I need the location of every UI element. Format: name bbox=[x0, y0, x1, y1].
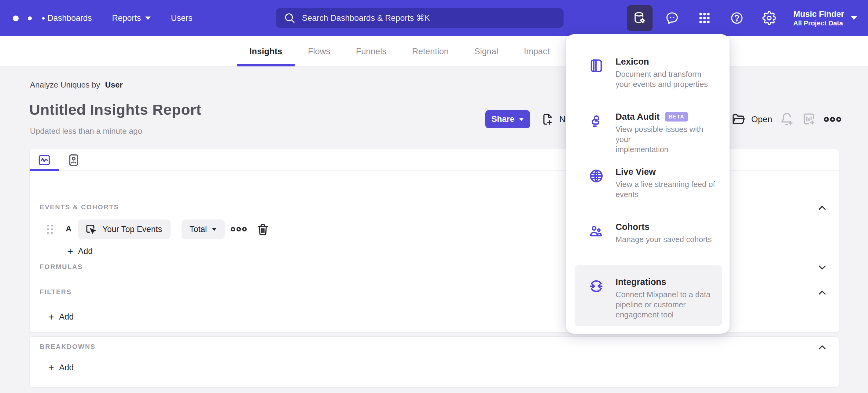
event-row-more-button[interactable] bbox=[230, 223, 248, 236]
globe-icon bbox=[588, 167, 616, 210]
global-search[interactable] bbox=[276, 8, 564, 28]
integrations-sync-icon bbox=[588, 277, 616, 326]
chevron-down-icon bbox=[212, 228, 217, 231]
alert-bell-button[interactable] bbox=[779, 110, 795, 128]
more-actions-button[interactable] bbox=[823, 110, 842, 128]
speech-bubble-icon bbox=[665, 11, 679, 25]
menu-item-description: Document and transformyour events and pr… bbox=[616, 69, 716, 89]
menu-item-live-view[interactable]: Live View View a live streaming feed ofe… bbox=[575, 155, 722, 210]
feedback-button[interactable] bbox=[659, 5, 685, 31]
menu-item-description: Manage your saved cohorts bbox=[616, 234, 716, 245]
top-navigation-bar: Dashboards Reports Users bbox=[0, 0, 868, 36]
folder-open-icon bbox=[731, 112, 746, 127]
expand-formulas-button[interactable] bbox=[816, 262, 828, 273]
tab-insights[interactable]: Insights bbox=[249, 36, 282, 66]
pulse-chart-icon bbox=[37, 153, 51, 167]
database-gear-icon bbox=[633, 11, 647, 25]
menu-item-description: View a live streaming feed ofevents bbox=[616, 179, 716, 200]
beta-badge: BETA bbox=[665, 112, 688, 121]
menu-item-title: Integrations bbox=[616, 277, 666, 287]
open-report-button[interactable]: Open bbox=[731, 110, 772, 128]
search-input[interactable] bbox=[302, 13, 534, 23]
menu-item-title: Data Audit bbox=[616, 112, 659, 122]
tab-impact[interactable]: Impact bbox=[524, 36, 550, 66]
apps-button[interactable] bbox=[692, 5, 717, 31]
bell-plus-icon bbox=[779, 112, 795, 127]
add-breakdown-button[interactable]: +Add bbox=[48, 363, 74, 372]
breakdowns-card: BREAKDOWNS +Add bbox=[29, 336, 839, 388]
report-tabbar: Insights Flows Funnels Retention Signal … bbox=[0, 36, 868, 66]
tab-flows[interactable]: Flows bbox=[308, 36, 330, 66]
help-icon bbox=[730, 11, 744, 25]
nav-dashboards[interactable]: Dashboards bbox=[48, 13, 92, 23]
mixpanel-logo[interactable] bbox=[13, 15, 46, 22]
project-name: Music Finder bbox=[793, 9, 844, 19]
breakdowns-section: BREAKDOWNS +Add bbox=[30, 337, 839, 387]
section-label-events: EVENTS & COHORTS bbox=[40, 203, 119, 211]
search-icon bbox=[284, 12, 296, 24]
nav-users[interactable]: Users bbox=[171, 13, 192, 23]
menu-item-data-audit[interactable]: Data Audit BETA View possible issues wit… bbox=[575, 100, 722, 155]
project-switcher[interactable]: Music Finder All Project Data bbox=[793, 9, 857, 27]
menu-item-integrations[interactable]: Integrations Connect Mixpanel to a datap… bbox=[575, 265, 722, 326]
report-actions: Share New Open bbox=[0, 110, 868, 129]
menu-item-description: View possible issues with yourimplementa… bbox=[616, 124, 716, 155]
chevron-down-icon bbox=[519, 118, 524, 121]
share-button[interactable]: Share bbox=[485, 110, 530, 128]
delete-event-button[interactable] bbox=[256, 223, 270, 236]
nav-right-controls: Music Finder All Project Data bbox=[627, 0, 857, 36]
tab-events-view[interactable] bbox=[30, 149, 59, 171]
section-label-formulas: FORMULAS bbox=[40, 263, 83, 271]
document-plus-icon bbox=[541, 113, 554, 126]
event-row-letter: A bbox=[66, 224, 71, 233]
chart-plus-icon bbox=[801, 112, 817, 127]
drag-handle[interactable] bbox=[47, 225, 54, 234]
settings-button[interactable] bbox=[756, 5, 782, 31]
cohorts-people-icon bbox=[588, 222, 616, 265]
aggregation-label: Total bbox=[189, 225, 207, 234]
lexicon-book-icon bbox=[588, 57, 616, 100]
menu-item-title: Cohorts bbox=[616, 222, 649, 232]
data-management-menu: Lexicon Document and transformyour event… bbox=[566, 34, 730, 334]
add-filter-button[interactable]: +Add bbox=[48, 312, 74, 322]
add-chart-button[interactable] bbox=[801, 110, 817, 128]
tab-signal[interactable]: Signal bbox=[474, 36, 498, 66]
menu-item-title: Lexicon bbox=[616, 57, 649, 67]
primary-nav: Dashboards Reports Users bbox=[48, 0, 192, 36]
analyze-prefix: Analyze Uniques by bbox=[30, 80, 100, 89]
event-click-icon bbox=[84, 223, 97, 236]
menu-item-title: Live View bbox=[616, 167, 656, 177]
tab-profiles-view[interactable] bbox=[59, 149, 88, 171]
collapse-filters-button[interactable] bbox=[816, 287, 828, 299]
chevron-down-icon bbox=[145, 17, 151, 20]
plus-icon: + bbox=[48, 312, 54, 322]
menu-item-lexicon[interactable]: Lexicon Document and transformyour event… bbox=[575, 45, 722, 100]
menu-item-cohorts[interactable]: Cohorts Manage your saved cohorts bbox=[575, 210, 722, 265]
project-scope: All Project Data bbox=[793, 19, 844, 27]
aggregation-selector[interactable]: Total bbox=[182, 220, 225, 239]
data-audit-lock-icon bbox=[588, 112, 616, 155]
nav-reports[interactable]: Reports bbox=[112, 13, 151, 23]
section-label-filters: FILTERS bbox=[40, 288, 72, 296]
tab-funnels[interactable]: Funnels bbox=[356, 36, 386, 66]
analyze-entity-selector[interactable]: User bbox=[105, 80, 123, 89]
section-label-breakdowns: BREAKDOWNS bbox=[40, 343, 96, 351]
gear-icon bbox=[762, 11, 776, 25]
grid-apps-icon bbox=[698, 11, 711, 25]
plus-icon: + bbox=[48, 363, 54, 372]
menu-item-description: Connect Mixpanel to a datapipeline or cu… bbox=[616, 289, 716, 320]
chevron-down-icon bbox=[851, 16, 857, 20]
help-button[interactable] bbox=[724, 5, 750, 31]
profile-card-icon bbox=[67, 153, 81, 167]
collapse-breakdowns-button[interactable] bbox=[816, 342, 828, 353]
collapse-events-button[interactable] bbox=[816, 202, 828, 214]
event-selector-label: Your Top Events bbox=[102, 225, 162, 234]
event-selector[interactable]: Your Top Events bbox=[78, 220, 170, 239]
tab-retention[interactable]: Retention bbox=[412, 36, 449, 66]
more-horizontal-icon bbox=[823, 113, 842, 126]
analyze-uniques-line: Analyze Uniques byUser bbox=[30, 80, 123, 90]
data-management-button[interactable] bbox=[627, 5, 653, 31]
